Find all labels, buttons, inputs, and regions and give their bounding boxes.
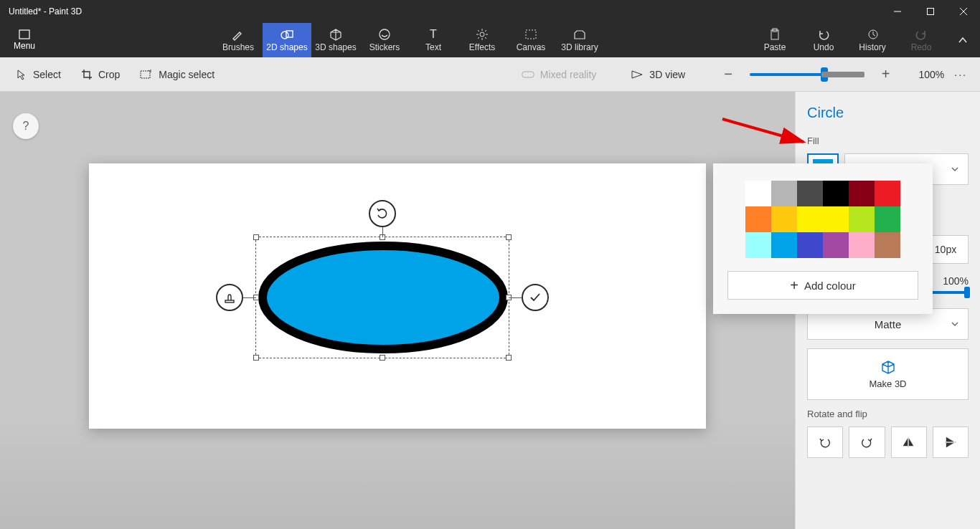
svg-line-16 <box>485 30 486 32</box>
zoom-out-button[interactable]: − <box>718 66 738 82</box>
color-swatch[interactable] <box>797 181 823 206</box>
select-tool[interactable]: Select <box>9 65 68 85</box>
color-swatch[interactable] <box>823 206 849 232</box>
svg-line-14 <box>478 30 479 32</box>
crop-icon <box>81 69 93 80</box>
selection-box[interactable] <box>255 237 509 358</box>
paste-button[interactable]: Paste <box>750 23 799 57</box>
rotate-ccw-button[interactable] <box>807 426 843 458</box>
commit-button[interactable] <box>522 284 549 311</box>
resize-handle-nw[interactable] <box>253 234 259 240</box>
stamp-icon <box>222 290 237 305</box>
make-3d-button[interactable]: Make 3D <box>807 348 969 400</box>
svg-rect-18 <box>526 30 536 39</box>
resize-handle-ne[interactable] <box>506 234 512 240</box>
color-swatch[interactable] <box>875 206 900 232</box>
resize-handle-se[interactable] <box>506 355 512 361</box>
brush-icon <box>231 28 245 41</box>
history-icon <box>866 28 879 41</box>
svg-rect-25 <box>225 300 234 302</box>
magic-select-tool[interactable]: Magic select <box>133 65 222 85</box>
flip-vertical-icon <box>943 436 958 449</box>
color-swatch[interactable] <box>745 232 771 258</box>
zoom-slider[interactable] <box>750 73 864 76</box>
expand-panel-button[interactable] <box>946 23 980 57</box>
color-swatch[interactable] <box>875 181 900 206</box>
stickers-tab[interactable]: Stickers <box>360 23 409 57</box>
svg-point-24 <box>263 246 504 349</box>
zoom-level: 100% <box>919 69 945 80</box>
add-color-button[interactable]: + Add colour <box>727 271 918 300</box>
3d-library-icon <box>573 28 587 41</box>
rotate-handle[interactable] <box>369 200 396 227</box>
color-grid <box>727 181 918 258</box>
close-button[interactable] <box>947 0 980 23</box>
color-swatch[interactable] <box>797 232 823 258</box>
resize-handle-sw[interactable] <box>253 355 259 361</box>
stickers-icon <box>377 28 392 41</box>
color-swatch[interactable] <box>875 232 900 258</box>
menu-button[interactable]: Menu <box>0 23 49 57</box>
canvas[interactable] <box>89 163 706 429</box>
3d-shapes-tab[interactable]: 3D shapes <box>311 23 360 57</box>
history-button[interactable]: History <box>848 23 897 57</box>
canvas-area[interactable]: ? <box>0 92 795 529</box>
cube-icon <box>880 360 896 376</box>
check-icon <box>528 290 542 305</box>
color-swatch[interactable] <box>823 181 849 206</box>
color-swatch[interactable] <box>849 206 875 232</box>
color-swatch[interactable] <box>771 232 797 258</box>
ribbon: Menu Brushes 2D shapes 3D shapes Sticker… <box>0 23 980 57</box>
rotate-cw-button[interactable] <box>849 426 885 458</box>
crop-tool[interactable]: Crop <box>74 65 127 85</box>
maximize-button[interactable] <box>914 0 947 23</box>
flip-horizontal-icon <box>902 436 916 449</box>
text-tab[interactable]: T Text <box>409 23 458 57</box>
redo-button[interactable]: Redo <box>897 23 946 57</box>
resize-handle-s[interactable] <box>380 355 385 361</box>
svg-point-7 <box>380 29 390 39</box>
color-swatch[interactable] <box>771 206 797 232</box>
svg-rect-22 <box>141 71 150 78</box>
color-swatch[interactable] <box>849 232 875 258</box>
text-icon: T <box>426 28 440 41</box>
color-swatch[interactable] <box>745 181 771 206</box>
3d-library-tab[interactable]: 3D library <box>555 23 604 57</box>
color-swatch[interactable] <box>745 206 771 232</box>
svg-text:T: T <box>430 28 437 40</box>
zoom-slider-thumb[interactable] <box>821 67 828 82</box>
circle-shape[interactable] <box>258 242 509 353</box>
plus-icon: + <box>790 277 798 294</box>
svg-point-9 <box>480 32 484 37</box>
3d-shapes-icon <box>329 28 343 41</box>
canvas-tab[interactable]: Canvas <box>507 23 555 57</box>
mixed-reality-icon <box>522 70 534 80</box>
panel-title: Circle <box>807 105 969 121</box>
minimize-button[interactable] <box>881 0 914 23</box>
menu-icon <box>18 29 31 39</box>
color-swatch[interactable] <box>849 181 875 206</box>
3d-view-button[interactable]: 3D view <box>623 65 692 85</box>
opacity-slider-thumb[interactable] <box>964 287 970 298</box>
flip-vertical-button[interactable] <box>933 426 969 458</box>
2d-shapes-tab[interactable]: 2D shapes <box>263 23 311 57</box>
brushes-tab[interactable]: Brushes <box>214 23 263 57</box>
window-title: Untitled* - Paint 3D <box>9 6 82 16</box>
color-swatch[interactable] <box>797 206 823 232</box>
redo-icon <box>915 28 928 41</box>
help-button[interactable]: ? <box>13 113 39 139</box>
color-swatch[interactable] <box>771 181 797 206</box>
title-bar: Untitled* - Paint 3D <box>0 0 980 23</box>
effects-tab[interactable]: Effects <box>458 23 507 57</box>
mixed-reality-button: Mixed reality <box>514 65 604 85</box>
svg-rect-23 <box>522 72 534 77</box>
flip-horizontal-button[interactable] <box>891 426 927 458</box>
zoom-in-button[interactable]: + <box>876 66 896 82</box>
color-swatch[interactable] <box>823 232 849 258</box>
stamp-button[interactable] <box>216 284 243 311</box>
annotation-arrow <box>719 113 812 149</box>
undo-button[interactable]: Undo <box>799 23 848 57</box>
svg-rect-1 <box>928 9 934 15</box>
more-options-button[interactable]: ··· <box>950 69 971 80</box>
color-picker-popup: + Add colour <box>713 163 933 314</box>
